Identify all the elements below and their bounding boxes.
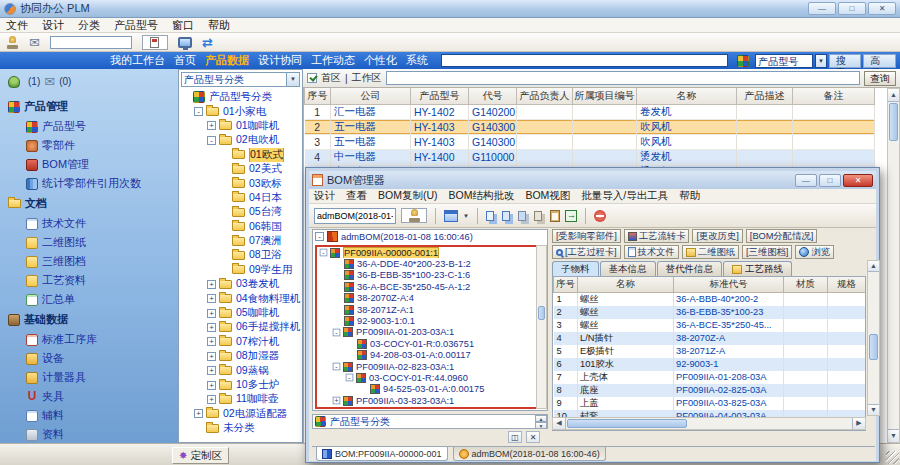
- refresh-icon[interactable]: [202, 36, 213, 49]
- search-button[interactable]: 搜索: [829, 54, 862, 68]
- dialog-close-button[interactable]: ✕: [843, 174, 873, 187]
- expander-icon[interactable]: -: [333, 329, 341, 337]
- stamp-button[interactable]: [401, 208, 427, 223]
- bom-tree-node[interactable]: 03-COCY-01-R:0.036751: [317, 338, 542, 349]
- column-header[interactable]: 备注: [793, 88, 875, 104]
- stamp-icon[interactable]: [6, 36, 19, 49]
- filter-input[interactable]: [386, 71, 860, 85]
- bom-tree-node[interactable]: -03-COCY-01-R:44.0960: [317, 372, 542, 383]
- nav-tab[interactable]: 系统: [406, 53, 428, 68]
- sidebar-section[interactable]: 产品管理: [0, 96, 178, 117]
- tree-node[interactable]: 03欧标: [179, 176, 302, 190]
- sidebar-section[interactable]: 文档: [0, 193, 178, 214]
- nav-tab[interactable]: 个性化: [364, 53, 397, 68]
- bom-tree-scrollbar[interactable]: [536, 245, 547, 409]
- expander-icon[interactable]: +: [333, 397, 341, 405]
- copy-structure-icon[interactable]: [502, 211, 510, 221]
- tree-header-combobox[interactable]: 产品型号分类 ▼: [181, 72, 300, 87]
- column-header[interactable]: 产品负责人: [517, 88, 573, 104]
- sidebar-item[interactable]: BOM管理: [0, 155, 178, 174]
- pin-panel-icon[interactable]: ◫: [508, 431, 522, 443]
- tree-node[interactable]: -02电吹机: [179, 133, 302, 147]
- column-header[interactable]: 产品描述: [737, 88, 793, 104]
- column-header[interactable]: 名称: [578, 277, 674, 292]
- table-row[interactable]: 4中一电器HY-1400G110000烫发机: [305, 149, 875, 164]
- scroll-up-icon[interactable]: ▲: [888, 89, 899, 102]
- sidebar-item[interactable]: 零部件: [0, 136, 178, 155]
- sidebar-item[interactable]: 产品型号: [0, 117, 178, 136]
- bom-name-input[interactable]: [314, 208, 396, 224]
- action-button[interactable]: 技术文件: [624, 245, 679, 259]
- nav-search-input[interactable]: [441, 54, 728, 67]
- scroll-down-icon[interactable]: ▼: [868, 404, 879, 415]
- expander-icon[interactable]: +: [207, 395, 216, 404]
- column-header[interactable]: 名称: [637, 88, 737, 104]
- maximize-button[interactable]: □: [838, 2, 866, 15]
- scrollbar-thumb[interactable]: [889, 103, 898, 141]
- tree-node[interactable]: +06手提搅拌机: [179, 320, 302, 334]
- bom-root-node[interactable]: - admBOM(2018-01-08 16:00:46): [313, 230, 547, 243]
- table-row[interactable]: 2五一电器HY-1403G140300吹风机: [305, 119, 875, 134]
- sidebar-item[interactable]: 工艺资料: [0, 271, 178, 290]
- tree-node[interactable]: +03卷发机: [179, 277, 302, 291]
- dialog-menu-item[interactable]: 查看: [346, 189, 367, 203]
- tree-node[interactable]: +07榨汁机: [179, 335, 302, 349]
- bottom-tab[interactable]: BOM:PF009IIA-00000-001: [316, 447, 448, 461]
- chevron-down-icon[interactable]: ▼: [815, 54, 826, 68]
- advanced-button[interactable]: 高级: [863, 54, 896, 68]
- detail-horizontal-scrollbar[interactable]: ◀ ▶: [552, 417, 866, 430]
- column-header[interactable]: 标准代号: [674, 277, 784, 292]
- bom-tree-node[interactable]: -PF009IIA-01-203-03A:1: [317, 327, 542, 338]
- minimize-button[interactable]: —: [808, 2, 836, 15]
- tree-node[interactable]: -01小家电: [179, 104, 302, 118]
- scroll-down-icon[interactable]: ▼: [535, 422, 547, 429]
- table-row[interactable]: 6101胶水92-9003-1: [554, 358, 866, 371]
- copy-icon[interactable]: [486, 211, 494, 221]
- table-row[interactable]: 3螺丝36-A-BCE-35*250-45...: [554, 319, 866, 332]
- dialog-restore-button[interactable]: □: [819, 174, 841, 187]
- dialog-menu-item[interactable]: 批量导入/导出工具: [581, 189, 668, 203]
- tree-node[interactable]: 02美式: [179, 162, 302, 176]
- scroll-right-icon[interactable]: ▶: [852, 418, 865, 429]
- expander-icon[interactable]: -: [333, 363, 341, 371]
- nav-tab[interactable]: 工作动态: [311, 53, 355, 68]
- paste-icon[interactable]: [550, 210, 560, 222]
- chevron-down-icon[interactable]: ▼: [463, 213, 469, 219]
- cut-icon[interactable]: [534, 211, 542, 221]
- tree-node[interactable]: +04食物料理机: [179, 291, 302, 305]
- query-button[interactable]: 查询: [864, 71, 896, 86]
- column-header[interactable]: 代号: [469, 88, 517, 104]
- menu-item[interactable]: 分类: [78, 18, 100, 33]
- tree-node[interactable]: +09蒸锅: [179, 363, 302, 377]
- scrollbar-thumb[interactable]: [538, 306, 545, 320]
- copy-node-icon[interactable]: [518, 211, 526, 221]
- tree-node[interactable]: +01咖啡机: [179, 119, 302, 133]
- bom-tree-node[interactable]: 38-2071Z-A:1: [317, 304, 542, 315]
- tree-node[interactable]: 06韩国: [179, 220, 302, 234]
- sidebar-item[interactable]: 计量器具: [0, 368, 178, 387]
- expander-icon[interactable]: -: [320, 249, 328, 257]
- table-row[interactable]: 3五一电器HY-1403G140300吹风机: [305, 134, 875, 149]
- sidebar-item[interactable]: 设备: [0, 349, 178, 368]
- tree-node[interactable]: 08卫浴: [179, 248, 302, 262]
- sidebar-section[interactable]: 基础数据: [0, 309, 178, 330]
- scope-select[interactable]: 产品型号: [755, 54, 813, 68]
- tree-node[interactable]: 产品型号分类: [179, 90, 302, 104]
- dialog-minimize-button[interactable]: —: [795, 174, 817, 187]
- expander-icon[interactable]: -: [346, 374, 354, 382]
- sidebar-item[interactable]: 辅料: [0, 406, 178, 425]
- expander-icon[interactable]: +: [207, 323, 216, 332]
- action-button[interactable]: [工艺过程卡]: [552, 245, 621, 259]
- detail-tab[interactable]: 基本信息: [600, 261, 656, 276]
- table-row[interactable]: 1汇一电器HY-1402G140200卷发机: [305, 104, 875, 119]
- tree-node[interactable]: 04日本: [179, 191, 302, 205]
- dialog-menu-item[interactable]: BOM结构批改: [449, 189, 515, 203]
- expander-icon[interactable]: -: [194, 107, 203, 116]
- expander-icon[interactable]: +: [207, 366, 216, 375]
- bom-tree-node[interactable]: 36-A-BCE-35*250-45-A-1:2: [317, 281, 542, 292]
- expander-icon[interactable]: +: [207, 352, 216, 361]
- sidebar-item[interactable]: 标准工序库: [0, 330, 178, 349]
- tree-node[interactable]: 09学生用: [179, 263, 302, 277]
- dialog-menu-item[interactable]: BOM复制(U): [378, 189, 438, 203]
- action-button[interactable]: [更改历史]: [692, 229, 742, 243]
